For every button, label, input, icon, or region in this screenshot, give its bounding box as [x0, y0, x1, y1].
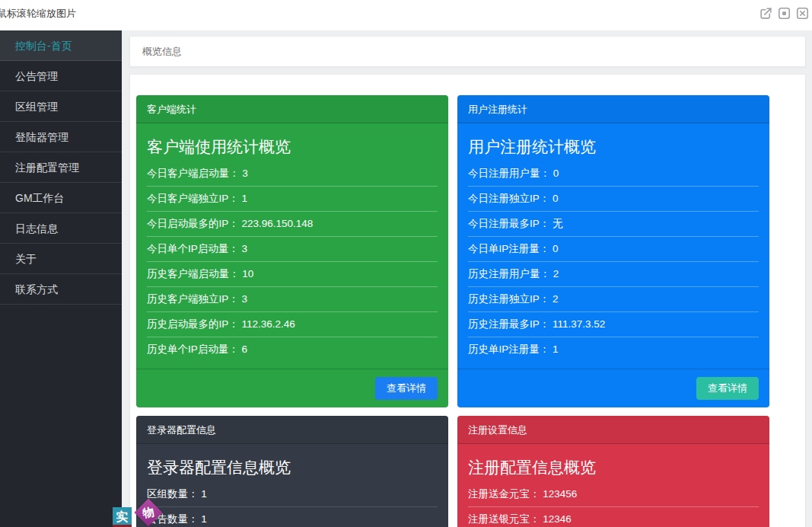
stat-label: 历史单IP注册量：	[468, 343, 549, 355]
card-body: 登录器配置信息概览 区组数量： 1公告数量： 1	[136, 444, 448, 527]
card-body: 注册配置信息概览 注册送金元宝： 123456注册送银元宝： 12346	[457, 444, 769, 527]
sidebar-menu: 控制台-首页公告管理区组管理登陆器管理注册配置管理GM工作台日志信息关于联系方式	[0, 30, 122, 305]
stat-label: 区组数量：	[147, 488, 199, 500]
stat-row: 今日注册用户量： 0	[468, 161, 759, 187]
card-stats: 今日客户端启动量： 3今日客户端独立IP： 1今日启动最多的IP： 223.96…	[147, 161, 438, 362]
window-controls	[759, 6, 810, 21]
stat-label: 历史注册用户量：	[468, 268, 550, 279]
stat-label: 今日客户端启动量：	[147, 168, 240, 179]
stat-label: 历史客户端启动量：	[147, 268, 240, 279]
card-launcher-config: 登录器配置信息 登录器配置信息概览 区组数量： 1公告数量： 1	[136, 416, 448, 527]
stat-label: 历史单个IP启动量：	[147, 343, 239, 355]
stat-row: 注册送金元宝： 123456	[468, 482, 759, 507]
close-icon[interactable]	[795, 6, 810, 21]
card-footer: 查看详情	[136, 369, 448, 407]
stat-label: 今日注册最多IP：	[468, 218, 549, 229]
stat-label: 今日客户端独立IP：	[147, 193, 239, 204]
stat-label: 注册送银元宝：	[468, 513, 540, 525]
stat-row: 注册送银元宝： 12346	[468, 507, 759, 527]
sidebar: 控制台-首页公告管理区组管理登陆器管理注册配置管理GM工作台日志信息关于联系方式	[0, 30, 122, 527]
stat-label: 历史启动最多的IP：	[147, 318, 239, 330]
stat-value: 0	[549, 193, 558, 204]
breadcrumb-label: 概览信息	[142, 46, 182, 57]
stat-value: 123456	[540, 488, 578, 500]
stat-row: 区组数量： 1	[147, 482, 438, 507]
stat-row: 历史启动最多的IP： 112.36.2.46	[147, 312, 438, 337]
card-header: 注册设置信息	[457, 416, 769, 444]
sidebar-item[interactable]: 关于	[0, 244, 122, 274]
stat-value: 1	[199, 488, 207, 500]
sidebar-item[interactable]: 联系方式	[0, 274, 122, 305]
stat-row: 历史注册用户量： 2	[468, 262, 759, 287]
sidebar-item[interactable]: 公告管理	[0, 61, 122, 91]
stat-row: 今日客户端启动量： 3	[147, 161, 438, 187]
sidebar-item[interactable]: 登陆器管理	[0, 122, 122, 152]
stat-value: 3	[239, 243, 247, 254]
stat-value: 12346	[540, 513, 572, 525]
stat-label: 历史客户端独立IP：	[147, 293, 239, 305]
open-external-icon[interactable]	[759, 6, 773, 21]
stat-label: 今日注册用户量：	[468, 168, 550, 179]
stat-row: 历史单个IP启动量： 6	[147, 337, 438, 362]
card-stats: 今日注册用户量： 0今日注册独立IP： 0今日注册最多IP： 无今日单IP注册量…	[468, 161, 759, 362]
card-body: 用户注册统计概览 今日注册用户量： 0今日注册独立IP： 0今日注册最多IP： …	[457, 123, 769, 362]
card-user-register-stats: 用户注册统计 用户注册统计概览 今日注册用户量： 0今日注册独立IP： 0今日注…	[457, 95, 769, 407]
floating-badge-shi-label: 实	[116, 510, 129, 523]
card-stats: 注册送金元宝： 123456注册送银元宝： 12346	[468, 482, 759, 527]
breadcrumb: 概览信息	[129, 36, 806, 67]
stat-value: 0	[549, 243, 558, 254]
view-details-button[interactable]: 查看详情	[696, 377, 759, 400]
stat-value: 无	[549, 218, 562, 229]
stat-value: 1	[239, 193, 247, 204]
page-title: 鼠标滚轮缩放图片	[0, 7, 76, 21]
stat-value: 0	[550, 168, 559, 179]
card-title: 注册配置信息概览	[468, 455, 759, 481]
stat-row: 历史单IP注册量： 1	[468, 337, 759, 362]
stat-row: 今日单个IP启动量： 3	[147, 237, 438, 262]
card-footer: 查看详情	[457, 369, 769, 407]
view-details-button[interactable]: 查看详情	[375, 377, 438, 400]
card-header: 登录器配置信息	[136, 416, 448, 444]
stat-row: 今日注册独立IP： 0	[468, 187, 759, 212]
stat-label: 历史注册最多IP：	[468, 318, 549, 330]
stat-value: 3	[239, 293, 247, 305]
stat-row: 历史注册最多IP： 111.37.3.52	[468, 312, 759, 337]
stat-value: 1	[549, 343, 558, 355]
sidebar-item[interactable]: 注册配置管理	[0, 152, 122, 183]
card-register-config: 注册设置信息 注册配置信息概览 注册送金元宝： 123456注册送银元宝： 12…	[457, 416, 769, 527]
sidebar-item[interactable]: 日志信息	[0, 213, 122, 244]
stat-row: 今日单IP注册量： 0	[468, 237, 759, 262]
stat-value: 6	[239, 343, 247, 355]
card-title: 客户端使用统计概览	[147, 134, 438, 160]
sidebar-item[interactable]: GM工作台	[0, 183, 122, 213]
sidebar-item[interactable]: 控制台-首页	[0, 30, 122, 61]
card-stats: 区组数量： 1公告数量： 1	[147, 482, 438, 527]
stat-value: 2	[549, 293, 558, 305]
stat-row: 今日启动最多的IP： 223.96.150.148	[147, 212, 438, 237]
card-header: 用户注册统计	[457, 95, 769, 123]
sidebar-item[interactable]: 区组管理	[0, 91, 122, 122]
stat-row: 历史客户端独立IP： 3	[147, 287, 438, 312]
stat-row: 历史客户端启动量： 10	[147, 262, 438, 287]
stat-value: 3	[240, 168, 248, 179]
maximize-icon[interactable]	[777, 6, 791, 21]
stat-value: 112.36.2.46	[239, 318, 295, 330]
card-header-title: 用户注册统计	[468, 104, 527, 115]
card-header-title: 客户端统计	[147, 104, 196, 115]
stat-value: 111.37.3.52	[549, 318, 605, 330]
stat-label: 今日单IP注册量：	[468, 243, 549, 254]
card-title: 登录器配置信息概览	[147, 455, 438, 481]
stat-label: 今日启动最多的IP：	[147, 218, 239, 229]
stat-label: 今日单个IP启动量：	[147, 243, 239, 254]
card-client-stats: 客户端统计 客户端使用统计概览 今日客户端启动量： 3今日客户端独立IP： 1今…	[136, 95, 448, 407]
stat-value: 1	[199, 513, 207, 525]
card-header-title: 注册设置信息	[468, 424, 527, 436]
stat-value: 223.96.150.148	[239, 218, 314, 229]
stat-label: 历史注册独立IP：	[468, 293, 549, 305]
card-header-title: 登录器配置信息	[147, 424, 216, 436]
stat-row: 今日注册最多IP： 无	[468, 212, 759, 237]
stat-row: 历史注册独立IP： 2	[468, 287, 759, 312]
stat-value: 10	[240, 268, 254, 279]
floating-badge-wu-label: 物	[137, 501, 160, 524]
stat-value: 2	[550, 268, 559, 279]
